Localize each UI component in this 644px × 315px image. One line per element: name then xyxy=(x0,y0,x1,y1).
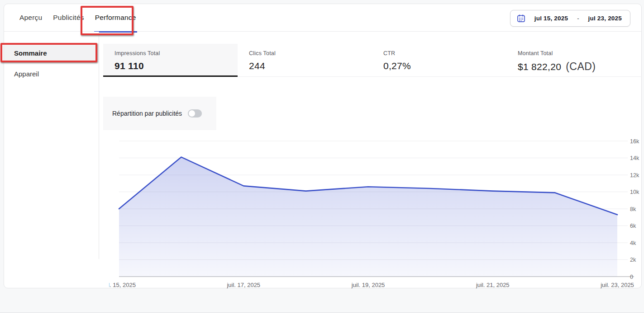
svg-text:juil. 19, 2025: juil. 19, 2025 xyxy=(351,282,385,288)
stat-value: $1 822,20(CAD) xyxy=(518,61,641,73)
stat-montant-total[interactable]: Montant Total $1 822,20(CAD) xyxy=(506,44,641,77)
stat-value: 91 110 xyxy=(114,61,238,71)
date-range-start: jul 15, 2025 xyxy=(534,15,568,22)
tab-apercu[interactable]: Aperçu xyxy=(14,4,48,32)
main-card: Aperçu Publicités Performance jul 15, 20… xyxy=(4,4,642,288)
tab-bar: Aperçu Publicités Performance jul 15, 20… xyxy=(4,4,641,32)
stat-value: 244 xyxy=(249,61,372,71)
svg-text:6k: 6k xyxy=(630,223,636,229)
date-range-end: jul 23, 2025 xyxy=(588,15,622,22)
stat-impressions-total[interactable]: Impressions Total 91 110 xyxy=(103,44,238,77)
svg-text:0: 0 xyxy=(630,274,633,280)
impressions-chart: 02k4k6k8k10k12k14k16kjuil. 15, 2025juil.… xyxy=(109,136,644,290)
impressions-chart-container: 02k4k6k8k10k12k14k16kjuil. 15, 2025juil.… xyxy=(109,136,644,290)
repartition-toggle-switch[interactable] xyxy=(188,109,202,118)
svg-text:juil. 21, 2025: juil. 21, 2025 xyxy=(476,282,510,288)
sidebar-item-appareil[interactable]: Appareil xyxy=(4,64,99,83)
svg-text:8k: 8k xyxy=(630,206,636,212)
stat-label: Clics Total xyxy=(249,50,372,56)
stat-label: Impressions Total xyxy=(114,50,238,56)
svg-text:10k: 10k xyxy=(630,189,639,195)
date-range-separator: - xyxy=(577,15,579,22)
stat-clics-total[interactable]: Clics Total 244 xyxy=(238,44,372,77)
calendar-icon xyxy=(517,14,525,23)
svg-text:12k: 12k xyxy=(630,172,639,179)
tab-publicites[interactable]: Publicités xyxy=(48,4,89,32)
svg-text:juil. 15, 2025: juil. 15, 2025 xyxy=(109,282,136,288)
stat-amount: $1 822,20 xyxy=(518,61,561,72)
svg-text:16k: 16k xyxy=(630,138,639,145)
toggle-knob xyxy=(189,110,195,117)
toggle-label: Répartition par publicités xyxy=(112,110,182,117)
tab-performance[interactable]: Performance xyxy=(90,4,142,32)
stat-ctr[interactable]: CTR 0,27% xyxy=(372,44,506,77)
stat-value: 0,27% xyxy=(383,61,506,71)
svg-text:4k: 4k xyxy=(630,240,636,246)
svg-text:2k: 2k xyxy=(630,257,636,263)
performance-dashboard: Aperçu Publicités Performance jul 15, 20… xyxy=(0,0,644,315)
sidebar: Sommaire Appareil xyxy=(4,32,99,259)
repartition-toggle-card: Répartition par publicités xyxy=(103,97,216,130)
svg-text:juil. 17, 2025: juil. 17, 2025 xyxy=(226,282,260,288)
date-range-picker[interactable]: jul 15, 2025 - jul 23, 2025 xyxy=(510,10,630,27)
svg-text:14k: 14k xyxy=(630,155,639,161)
stats-row: Impressions Total 91 110 Clics Total 244… xyxy=(103,44,641,77)
page-bottom-divider xyxy=(0,312,644,315)
svg-text:juil. 23, 2025: juil. 23, 2025 xyxy=(600,282,634,288)
stat-currency: (CAD) xyxy=(566,61,596,72)
stat-label: Montant Total xyxy=(518,50,641,56)
sidebar-item-sommaire[interactable]: Sommaire xyxy=(4,43,99,62)
stat-label: CTR xyxy=(383,50,506,56)
